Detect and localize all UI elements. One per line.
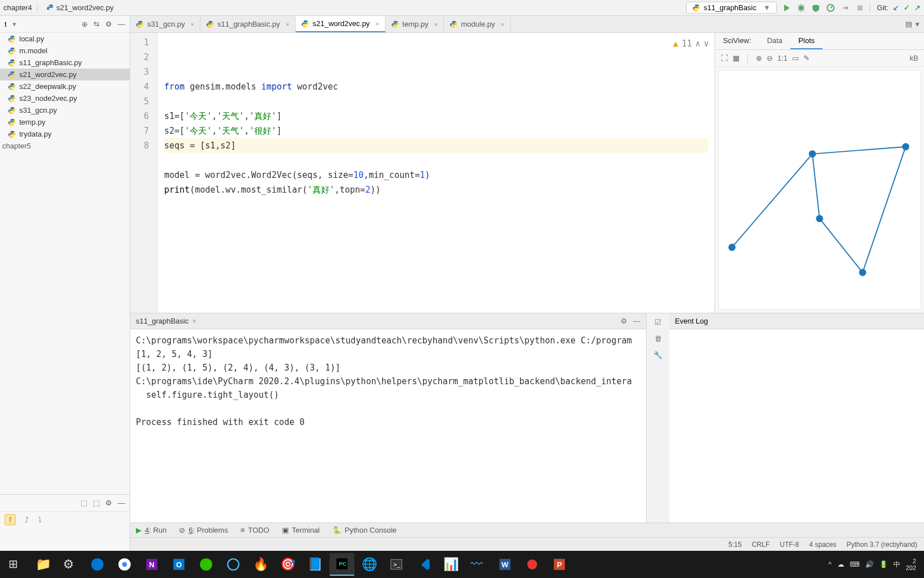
hide-icon[interactable]: — [118,499,125,507]
run-button[interactable] [781,3,792,13]
next-highlight-icon[interactable]: ∨ [704,36,709,51]
close-icon[interactable]: × [191,21,194,28]
app-icon[interactable]: 🔥 [248,553,273,576]
project-file[interactable]: s23_node2vec.py [0,92,130,104]
breadcrumb[interactable]: chapter4 〉 s21_word2vec.py [3,3,114,13]
powerpoint-icon[interactable]: P [547,553,572,576]
collapse-all-icon[interactable]: ⬚ [93,499,100,507]
breadcrumb-file[interactable]: s21_word2vec.py [57,3,114,12]
interpreter[interactable]: Python 3.7 (recbyhand) [846,541,917,549]
cortana-icon[interactable] [221,553,246,576]
taskbar[interactable]: ⊞ 📁 ⚙ N O 🔥 🎯 📘 PC 🌐 >_ 📊 〰 W P ^ ☁ ⌨ 🔊 … [0,551,924,578]
app-icon[interactable]: 〰 [465,553,490,576]
tool-run[interactable]: ▶ 4: Run [136,526,166,534]
stop-button[interactable] [855,3,865,13]
project-file[interactable]: s31_gcn.py [0,104,130,116]
collapse-icon[interactable]: ⇆ [93,20,100,28]
project-file[interactable]: temp.py [0,116,130,128]
app-icon[interactable]: 🎯 [275,553,300,576]
tabs-dropdown-icon[interactable]: ▾ [916,20,919,28]
close-icon[interactable]: × [192,317,196,325]
dropdown-icon[interactable]: ▾ [12,20,16,28]
gear-icon[interactable]: ⚙ [105,20,112,28]
editor-tab[interactable]: temp.py× [386,16,444,32]
tool-todo[interactable]: ≡ TODO [241,526,270,534]
project-file[interactable]: s22_deepwalk.py [0,80,130,92]
battery-icon[interactable]: 🔋 [879,560,888,568]
close-icon[interactable]: × [286,21,289,28]
edge-icon[interactable] [85,553,110,576]
run-config-selector[interactable]: s11_graphBasic ▼ [686,2,777,14]
vscode-icon[interactable] [411,553,436,576]
git-update-icon[interactable]: ↙ [893,3,899,12]
settings-icon[interactable]: ⚙ [58,553,83,576]
struct-nav-down-icon[interactable]: ⤵ [38,516,42,524]
hide-icon[interactable]: — [633,317,640,325]
tool-problems[interactable]: ⊘ 6: Problems [179,526,228,534]
onenote-icon[interactable]: N [139,553,164,576]
zoom-out-icon[interactable]: ⊖ [767,54,773,62]
indent[interactable]: 4 spaces [809,541,836,549]
tray-up-icon[interactable]: ^ [828,560,832,568]
keyboard-icon[interactable]: ⌨ [850,560,859,568]
record-icon[interactable] [520,553,545,576]
project-file[interactable]: s21_word2vec.py [0,69,130,80]
outlook-icon[interactable]: O [166,553,191,576]
sciview-tab-data[interactable]: Data [759,33,790,49]
sciview-tab-plots[interactable]: Plots [790,33,823,49]
app-icon[interactable]: 🌐 [357,553,382,576]
editor-tab[interactable]: s11_graphBasic.py× [200,16,296,32]
gear-icon[interactable]: ⚙ [105,499,112,507]
code-line[interactable]: seqs = [s1,s2] [164,138,708,153]
zoom-11-icon[interactable]: 1:1 [777,54,788,62]
breadcrumb-folder[interactable]: chapter4 [3,3,32,12]
zoom-in-icon[interactable]: ⊕ [756,54,762,62]
encoding[interactable]: UTF-8 [780,541,799,549]
code-line[interactable]: print(model.wv.most_similar('真好',topn=2)… [164,182,708,197]
project-file[interactable]: trydata.py [0,128,130,140]
git-commit-icon[interactable]: ✓ [904,3,910,12]
eol[interactable]: CRLF [752,541,769,549]
project-file[interactable]: s11_graphBasic.py [0,57,130,69]
close-icon[interactable]: × [434,21,438,28]
run-tab-title[interactable]: s11_graphBasic [136,317,189,325]
code-line[interactable]: s1=['今天','天气','真好'] [164,109,708,124]
profile-button[interactable] [825,3,836,13]
terminal-icon[interactable]: >_ [384,553,409,576]
volume-icon[interactable]: 🔊 [865,560,874,568]
editor-tab[interactable]: s21_word2vec.py× [296,16,386,32]
debug-button[interactable] [796,3,806,13]
code-line[interactable]: s2=['今天','天气','很好'] [164,124,708,138]
more-tabs-icon[interactable]: ▤ [905,20,912,28]
wechat-icon[interactable] [194,553,219,576]
task-view-icon[interactable]: ⊞ [3,553,28,576]
project-file[interactable]: local.py [0,33,130,45]
expand-icon[interactable]: ⬚ [80,499,87,507]
caret-pos[interactable]: 5:15 [729,541,742,549]
tool-terminal[interactable]: ▣ Terminal [282,526,320,534]
code-line[interactable]: model = word2vec.Word2Vec(seqs, size=10,… [164,168,708,182]
tool-python-console[interactable]: 🐍 Python Console [332,526,397,534]
wrench-icon[interactable]: 🔧 [653,351,662,359]
coverage-button[interactable] [811,3,821,13]
grid-icon[interactable]: ▦ [733,54,739,62]
fit-icon[interactable]: ⛶ [721,54,728,62]
word-icon[interactable]: W [493,553,517,576]
hide-icon[interactable]: — [118,20,125,28]
editor-tab[interactable]: module.py× [444,16,510,32]
project-file[interactable]: m.model [0,45,130,57]
ime-indicator[interactable]: 中 [893,560,900,570]
editor-tab[interactable]: s31_gcn.py× [130,16,200,32]
gear-icon[interactable]: ⚙ [621,317,627,325]
code-line[interactable]: from gensim.models import word2vec [164,79,708,94]
console-output[interactable]: C:\programs\workspace\pycharmworkspace\s… [130,329,646,522]
app-icon[interactable]: 📊 [438,553,463,576]
file-explorer-icon[interactable]: 📁 [31,553,55,576]
struct-nav-up-icon[interactable]: ⤴ [25,516,29,524]
pycharm-icon[interactable]: PC [330,553,354,576]
cloud-icon[interactable]: ☁ [837,560,844,568]
git-push-icon[interactable]: ↗ [914,3,921,12]
filter-icon[interactable]: ☑ [654,318,661,326]
code-line[interactable] [164,94,708,109]
app-icon[interactable]: 📘 [302,553,327,576]
